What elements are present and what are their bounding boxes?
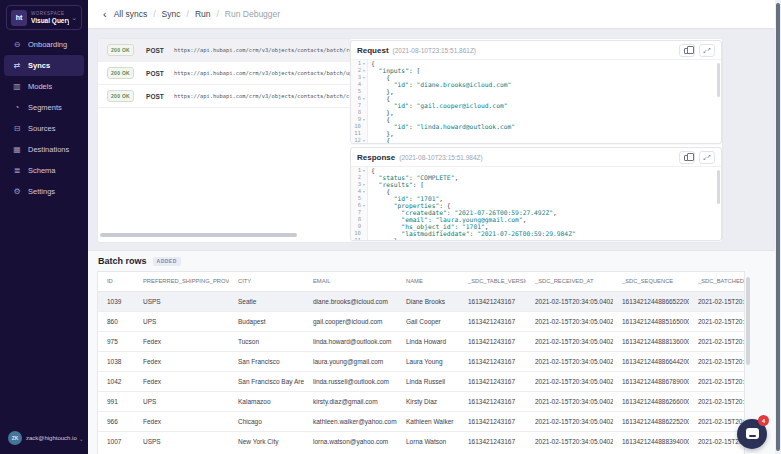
column-header-preferred_shipping_provider: PREFERRED_SHIPPING_PROVIDER <box>134 272 229 291</box>
json-string: "linda.howard@outlook.com" <box>417 123 516 130</box>
table-cell: 2021-02-15T20:34:05.040Z <box>689 311 745 331</box>
table-cell: 2021-02-15T20:34:05.040Z <box>526 331 613 351</box>
fold-toggle-icon[interactable]: ▾ <box>361 202 367 209</box>
table-row[interactable]: 991UPSKalamazookirsty.diaz@gmail.comKirs… <box>98 391 745 411</box>
sidebar-item-destinations[interactable]: ▦Destinations <box>4 139 84 160</box>
request-url: https://api.hubapi.com/crm/v3/objects/co… <box>174 47 351 53</box>
fold-toggle-icon[interactable]: ▾ <box>361 137 367 143</box>
line-number: 1 <box>351 60 361 67</box>
table-scrollbar-thumb[interactable] <box>746 277 750 365</box>
page-scrollbar-thumb[interactable] <box>776 3 780 451</box>
fold-toggle-icon[interactable]: ▾ <box>361 67 367 74</box>
fold-toggle-icon <box>361 81 367 88</box>
horizontal-scrollbar-thumb[interactable] <box>100 233 297 237</box>
json-string: "2021-07-26T00:59:29.984Z" <box>477 230 576 237</box>
fold-toggle-icon[interactable]: ▾ <box>361 188 367 195</box>
fold-toggle-icon[interactable]: ▾ <box>361 167 367 174</box>
fold-toggle-icon[interactable]: ▾ <box>361 116 367 123</box>
user-email: zack@hightouch.io <box>26 435 77 441</box>
code-line: 10 "id": "linda.howard@outlook.com" <box>351 123 721 130</box>
line-gutter: 10 <box>351 123 368 130</box>
table-cell: 2021-02-15T20:34:05.040Z <box>689 331 745 351</box>
fold-toggle-icon <box>361 195 367 202</box>
copy-button[interactable] <box>679 44 695 57</box>
code-line: 6▾ { <box>351 95 721 102</box>
fold-toggle-icon[interactable]: ▾ <box>361 74 367 81</box>
fold-toggle-icon[interactable]: ▾ <box>361 181 367 188</box>
line-number: 3 <box>351 181 361 188</box>
code-text: }, <box>368 130 394 137</box>
back-chevron-icon[interactable]: ‹ <box>103 10 107 18</box>
fold-toggle-icon <box>361 88 367 95</box>
user-menu[interactable]: ZK zack@hightouch.io ⌄ <box>0 430 88 446</box>
breadcrumb-run[interactable]: Run <box>195 9 211 19</box>
sidebar-item-onboarding[interactable]: ⊖Onboarding <box>4 34 84 55</box>
fold-toggle-icon[interactable]: ▾ <box>361 60 367 67</box>
table-cell: San Francisco <box>229 351 304 371</box>
chat-unread-badge: 4 <box>758 415 769 426</box>
sidebar-item-syncs[interactable]: ⇄Syncs <box>4 55 84 76</box>
table-cell: 2021-02-15T20:34:05.040Z <box>689 371 745 391</box>
table-cell: Seatle <box>229 291 304 311</box>
request-scrollbar-thumb[interactable] <box>717 63 720 97</box>
json-key: "results": <box>379 181 417 188</box>
breadcrumb-all-syncs[interactable]: All syncs <box>114 9 148 19</box>
request-json-editor[interactable]: 1▾{2▾ "inputs": [3▾ {4 "id": "diane.broo… <box>351 60 721 143</box>
expand-button[interactable]: ↗↙ <box>699 44 715 57</box>
code-text: { <box>368 74 390 81</box>
response-timestamp: (2021-08-10T23:15:51.984Z) <box>399 154 482 161</box>
table-row[interactable]: 1007USPSNew York Citylorna.watson@yahoo.… <box>98 431 745 451</box>
sidebar-item-schema[interactable]: ≣Schema <box>4 160 84 181</box>
workspace-name: Visual Querying D... <box>31 17 69 25</box>
line-number: 9 <box>351 116 361 123</box>
chat-launcher-button[interactable]: 4 <box>737 419 767 449</box>
table-row[interactable]: 966FedexChicagokathleen.walker@yahoo.com… <box>98 411 745 431</box>
line-gutter: 2▾ <box>351 67 368 74</box>
table-cell: 2021-02-15T20:34:05.040Z <box>526 371 613 391</box>
request-method: POST <box>146 47 174 54</box>
json-key: "hs_object_id": <box>401 223 458 230</box>
table-cell: 2021-02-15T20:34:05.040Z <box>689 351 745 371</box>
workspace-selector[interactable]: ht WORKSPACE Visual Querying D... ⌄ <box>6 5 82 30</box>
request-timestamp: (2021-08-10T23:15:51.861Z) <box>393 47 476 54</box>
column-header-_sdc_received_at: _SDC_RECEIVED_AT <box>526 272 613 291</box>
breadcrumb-sync[interactable]: Sync <box>162 9 181 19</box>
table-row[interactable]: 975FedexTucsonlinda.howard@outlook.comLi… <box>98 331 745 351</box>
expand-button[interactable]: ↗↙ <box>699 151 715 164</box>
line-number: 6 <box>351 95 361 102</box>
chat-icon <box>746 428 759 439</box>
request-row[interactable]: 200 OKPOSThttps://api.hubapi.com/crm/v3/… <box>98 39 351 62</box>
code-text: "results": [ <box>368 181 424 188</box>
top-bar: ‹ All syncs / Sync / Run / Run Debugger <box>88 0 775 29</box>
settings-icon: ⚙ <box>8 187 26 196</box>
copy-button[interactable] <box>679 151 695 164</box>
code-text: { <box>368 116 390 123</box>
line-gutter: 4 <box>351 81 368 88</box>
table-row[interactable]: 860UPSBudapestgail.cooper@icloud.comGail… <box>98 311 745 331</box>
avatar: ZK <box>8 431 22 445</box>
request-row[interactable]: 200 OKPOSThttps://api.hubapi.com/crm/v3/… <box>98 62 351 85</box>
request-row[interactable]: 200 OKPOSThttps://api.hubapi.com/crm/v3/… <box>98 85 351 108</box>
sidebar-item-sources[interactable]: ⊟Sources <box>4 118 84 139</box>
sidebar-item-label: Destinations <box>28 145 69 154</box>
table-row[interactable]: 1039USPSSeatlediane.brooks@icloud.comDia… <box>98 291 745 311</box>
sidebar-item-settings[interactable]: ⚙Settings <box>4 181 84 202</box>
line-number: 10 <box>351 123 361 130</box>
line-gutter: 9▾ <box>351 116 368 123</box>
breadcrumb-current: Run Debugger <box>225 9 280 19</box>
sidebar-item-models[interactable]: ▥Models <box>4 76 84 97</box>
code-text: "status": "COMPLETE", <box>368 174 458 181</box>
sidebar-item-segments[interactable]: ◔Segments <box>4 97 84 118</box>
line-number: 3 <box>351 74 361 81</box>
response-json-editor[interactable]: 1▾{2 "status": "COMPLETE",3▾ "results": … <box>351 167 721 240</box>
code-text: }, <box>368 88 394 95</box>
sidebar-item-label: Models <box>28 82 52 91</box>
table-cell: Linda Howard <box>397 331 459 351</box>
response-scrollbar-thumb[interactable] <box>717 170 720 204</box>
json-string: "gail.cooper@icloud.com" <box>417 102 508 109</box>
table-row[interactable]: 1042FedexSan Francisco Bay Arealinda.rus… <box>98 371 745 391</box>
line-gutter: 3▾ <box>351 74 368 81</box>
line-number: 5 <box>351 88 361 95</box>
fold-toggle-icon[interactable]: ▾ <box>361 95 367 102</box>
table-row[interactable]: 1038FedexSan Franciscolaura.young@gmail.… <box>98 351 745 371</box>
